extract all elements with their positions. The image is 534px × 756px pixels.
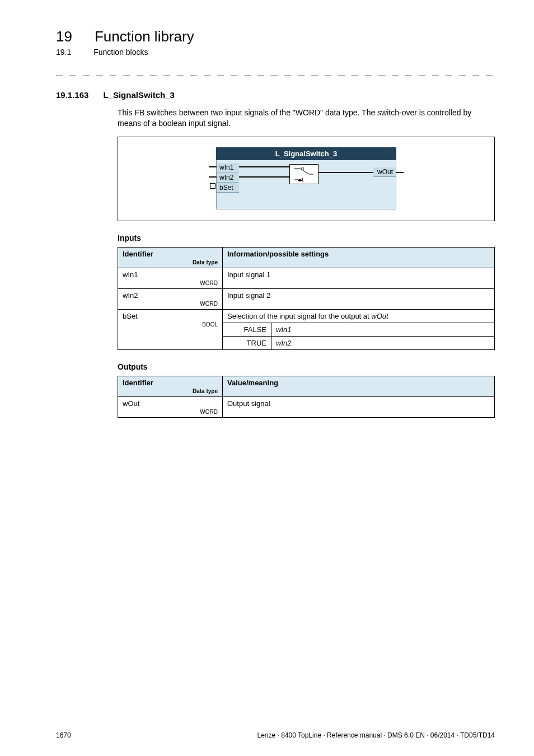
table-row: bSet BOOL Selection of the input signal … xyxy=(118,309,495,323)
section-title: L_SignalSwitch_3 xyxy=(103,90,175,100)
fb-title: L_SignalSwitch_3 xyxy=(216,147,396,160)
inputs-th-info: Information/possible settings xyxy=(223,247,495,268)
cell-true-value: wIn2 xyxy=(271,336,495,349)
svg-line-2 xyxy=(300,169,309,174)
cell-dtype: WORD xyxy=(123,280,218,286)
wire xyxy=(239,176,289,178)
section-heading: 19.1.163 L_SignalSwitch_3 xyxy=(56,90,495,100)
outputs-th-info: Value/meaning xyxy=(223,376,495,396)
cell-dtype: WORD xyxy=(123,409,218,415)
cell-dtype: WORD xyxy=(123,301,218,307)
wire xyxy=(239,166,289,167)
inputs-table: Identifier Data type Information/possibl… xyxy=(118,247,495,350)
subchapter-number: 19.1 xyxy=(56,48,71,57)
inputs-heading: Inputs xyxy=(118,234,495,242)
wire xyxy=(317,172,373,173)
cell-name: wOut xyxy=(123,399,139,408)
outputs-table: Identifier Data type Value/meaning wOut … xyxy=(118,376,495,418)
cell-desc: Output signal xyxy=(223,396,495,417)
switch-svg xyxy=(294,166,313,182)
cell-dtype: BOOL xyxy=(123,321,218,328)
cell-desc: Input signal 2 xyxy=(223,288,495,309)
chapter-title: Function library xyxy=(95,28,194,45)
chapter-heading: 19 Function library xyxy=(56,28,495,45)
pin-line xyxy=(209,166,217,167)
divider xyxy=(56,72,495,80)
subchapter-title: Function blocks xyxy=(93,48,148,57)
table-row: wIn2 WORD Input signal 2 xyxy=(118,288,495,309)
table-row: wIn1 WORD Input signal 1 xyxy=(118,268,495,288)
cell-name: wIn2 xyxy=(123,291,138,300)
outputs-heading: Outputs xyxy=(118,362,495,371)
switch-icon: 0 1 xyxy=(289,164,318,184)
inputs-th-identifier: Identifier Data type xyxy=(118,247,223,268)
cell-name: bSet xyxy=(123,312,138,320)
port-win1: wIn1 xyxy=(217,163,239,172)
function-block-diagram: L_SignalSwitch_3 wIn1 wIn2 bSet wOut 0 xyxy=(118,137,495,221)
bset-desc-text: Selection of the input signal for the ou… xyxy=(227,312,371,320)
page-number: 1670 xyxy=(56,731,71,739)
bset-pin-square xyxy=(210,183,216,189)
th-datatype-label: Data type xyxy=(123,388,218,394)
pin-line xyxy=(396,172,404,173)
cell-true-label: TRUE xyxy=(223,336,271,349)
fb-box: L_SignalSwitch_3 wIn1 wIn2 bSet wOut 0 xyxy=(216,147,396,209)
subchapter-heading: 19.1 Function blocks xyxy=(56,48,495,57)
cell-desc: Input signal 1 xyxy=(223,268,495,288)
outputs-th-identifier: Identifier Data type xyxy=(118,376,223,396)
bset-desc-ref: wOut xyxy=(371,312,388,320)
port-win2: wIn2 xyxy=(217,173,239,183)
cell-false-value: wIn1 xyxy=(271,323,495,336)
cell-name: wIn1 xyxy=(123,270,138,279)
cell-false-label: FALSE xyxy=(223,323,271,336)
intro-paragraph: This FB switches between two input signa… xyxy=(118,108,495,129)
th-datatype-label: Data type xyxy=(123,259,218,265)
th-identifier-label: Identifier xyxy=(123,250,153,258)
section-number: 19.1.163 xyxy=(56,90,88,100)
footer-text: Lenze · 8400 TopLine · Reference manual … xyxy=(257,731,495,739)
page-footer: 1670 Lenze · 8400 TopLine · Reference ma… xyxy=(56,731,495,739)
port-wout: wOut xyxy=(373,167,396,177)
port-bset: bSet xyxy=(217,183,239,193)
cell-desc: Selection of the input signal for the ou… xyxy=(223,309,495,323)
pin-line xyxy=(209,176,217,178)
table-row: wOut WORD Output signal xyxy=(118,396,495,417)
chapter-number: 19 xyxy=(56,28,72,45)
th-identifier-label: Identifier xyxy=(123,379,153,387)
